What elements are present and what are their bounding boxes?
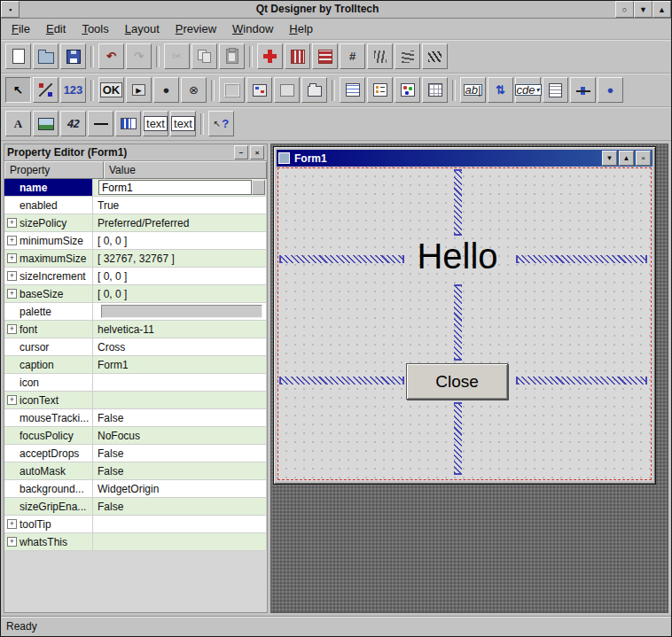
spin-box-tool[interactable]: ⇅ (488, 77, 513, 103)
group-box-tool[interactable] (274, 77, 300, 103)
property-value[interactable] (93, 533, 267, 551)
expand-icon[interactable]: + (7, 324, 17, 334)
close-button-widget[interactable]: Close (406, 363, 508, 400)
layout-grid-button[interactable]: # (340, 43, 365, 69)
menu-edit[interactable]: Edit (38, 19, 74, 38)
property-value[interactable]: False (93, 462, 267, 480)
vertical-spacer-top[interactable] (454, 169, 462, 236)
whats-this-button[interactable]: ? (208, 111, 234, 136)
property-row-maximumSize[interactable]: +maximumSize[ 32767, 32767 ] (4, 250, 267, 268)
property-row-mouseTracki[interactable]: mouseTracki...False (4, 409, 267, 427)
window-minimize-button[interactable]: ▼ (634, 1, 652, 18)
value-column-header[interactable]: Value (104, 161, 267, 179)
open-form-button[interactable] (33, 43, 59, 69)
form-window[interactable]: Form1 ▼ ▲ × Hello Close (273, 146, 656, 485)
property-row-caption[interactable]: captionForm1 (4, 356, 267, 374)
paste-button[interactable] (219, 43, 245, 69)
property-value[interactable]: False (93, 498, 267, 516)
window-maximize-button[interactable]: ▲ (652, 1, 671, 18)
connect-signals-slots-button[interactable] (33, 77, 59, 103)
redo-button[interactable]: ↷ (126, 43, 152, 69)
expand-icon[interactable]: + (7, 289, 17, 299)
property-value[interactable]: [ 32767, 32767 ] (93, 250, 267, 268)
property-row-sizeIncrement[interactable]: +sizeIncrement[ 0, 0 ] (4, 268, 267, 285)
horizontal-spacer-close-left[interactable] (279, 377, 404, 385)
pointer-tool-button[interactable]: ↖ (5, 77, 31, 103)
form-minimize-button[interactable]: ▼ (602, 151, 617, 166)
dock-close-button[interactable]: × (250, 145, 264, 159)
vertical-spacer-bottom[interactable] (454, 402, 462, 475)
expand-icon[interactable]: + (7, 271, 17, 281)
value-ellipsis-button[interactable] (252, 180, 265, 195)
expand-icon[interactable]: + (7, 218, 17, 228)
dial-tool[interactable]: ● (598, 77, 623, 103)
property-value[interactable]: Cross (93, 338, 267, 356)
text-edit-tool[interactable] (543, 77, 568, 103)
property-value[interactable]: [ 0, 0 ] (93, 268, 267, 285)
layout-vertical-button[interactable] (312, 43, 338, 69)
line-tool[interactable] (88, 111, 113, 136)
dock-minimize-button[interactable]: − (234, 145, 248, 159)
form-canvas[interactable]: Hello Close (277, 167, 652, 481)
vertical-spacer-middle[interactable] (454, 284, 462, 361)
slider-tool[interactable] (570, 77, 596, 103)
property-row-font[interactable]: +fonthelvetica-11 (4, 321, 267, 338)
expand-icon[interactable]: + (7, 236, 17, 245)
property-value[interactable]: False (93, 445, 267, 462)
adjust-size-button[interactable] (257, 43, 283, 69)
menu-tools[interactable]: Tools (74, 19, 116, 38)
property-value[interactable]: Form1 (93, 179, 267, 197)
layout-horizontal-button[interactable] (285, 43, 310, 69)
property-value[interactable]: False (93, 409, 267, 427)
property-row-toolTip[interactable]: +toolTip (4, 516, 267, 533)
property-row-enabled[interactable]: enabledTrue (4, 197, 267, 214)
layout-horizontal-splitter-button[interactable] (367, 43, 393, 69)
property-row-sizePolicy[interactable]: +sizePolicyPreferred/Preferred (4, 214, 267, 232)
tool-button-tool[interactable]: ▸ (126, 77, 152, 103)
property-value[interactable]: [ 0, 0 ] (93, 285, 267, 303)
layout-vertical-splitter-button[interactable] (395, 43, 420, 69)
menu-help[interactable]: Help (281, 19, 321, 38)
list-view-tool[interactable] (367, 77, 393, 103)
text-view-tool[interactable]: text (143, 111, 168, 136)
property-value[interactable]: helvetica-11 (93, 321, 267, 338)
copy-button[interactable] (191, 43, 217, 69)
expand-icon[interactable]: + (7, 395, 17, 405)
form-maximize-button[interactable]: ▲ (619, 151, 634, 166)
tab-widget-tool[interactable] (301, 77, 327, 103)
property-value[interactable]: Form1 (93, 356, 267, 374)
property-value[interactable] (93, 516, 267, 533)
property-row-palette[interactable]: palette (4, 303, 267, 321)
frame-tool[interactable] (219, 77, 245, 103)
property-row-minimumSize[interactable]: +minimumSize[ 0, 0 ] (4, 232, 267, 250)
expand-icon[interactable]: + (7, 519, 17, 529)
check-box-tool[interactable]: ⊗ (181, 77, 207, 103)
horizontal-spacer-close-right[interactable] (516, 377, 647, 385)
property-row-baseSize[interactable]: +baseSize[ 0, 0 ] (4, 285, 267, 303)
window-shade-button[interactable]: ○ (615, 1, 634, 18)
form-close-window-button[interactable]: × (636, 151, 651, 166)
property-editor-titlebar[interactable]: Property Editor (Form1) − × (4, 144, 267, 161)
menu-layout[interactable]: Layout (117, 19, 168, 38)
property-row-sizeGripEna[interactable]: sizeGripEna...False (4, 498, 267, 516)
property-row-name[interactable]: nameForm1 (4, 179, 267, 197)
save-form-button[interactable] (60, 43, 86, 69)
property-column-header[interactable]: Property (4, 161, 104, 179)
palette-value-box[interactable] (101, 305, 262, 318)
property-row-autoMask[interactable]: autoMaskFalse (4, 462, 267, 480)
expand-icon[interactable]: + (7, 537, 17, 547)
property-value[interactable]: True (93, 197, 267, 214)
pixmap-label-tool[interactable] (33, 111, 59, 136)
expand-icon[interactable]: + (7, 253, 17, 263)
icon-view-tool[interactable] (395, 77, 420, 103)
property-row-cursor[interactable]: cursorCross (4, 338, 267, 356)
radio-button-tool[interactable]: ● (153, 77, 179, 103)
property-row-whatsThis[interactable]: +whatsThis (4, 533, 267, 551)
text-label-tool[interactable]: A (5, 111, 31, 136)
name-value-editor[interactable]: Form1 (98, 180, 252, 195)
property-value[interactable]: NoFocus (93, 427, 267, 445)
line-edit-tool[interactable]: ab| (460, 77, 486, 103)
property-row-icon[interactable]: icon (4, 374, 267, 392)
property-row-focusPolicy[interactable]: focusPolicyNoFocus (4, 427, 267, 445)
push-button-tool[interactable]: OK (98, 77, 124, 103)
